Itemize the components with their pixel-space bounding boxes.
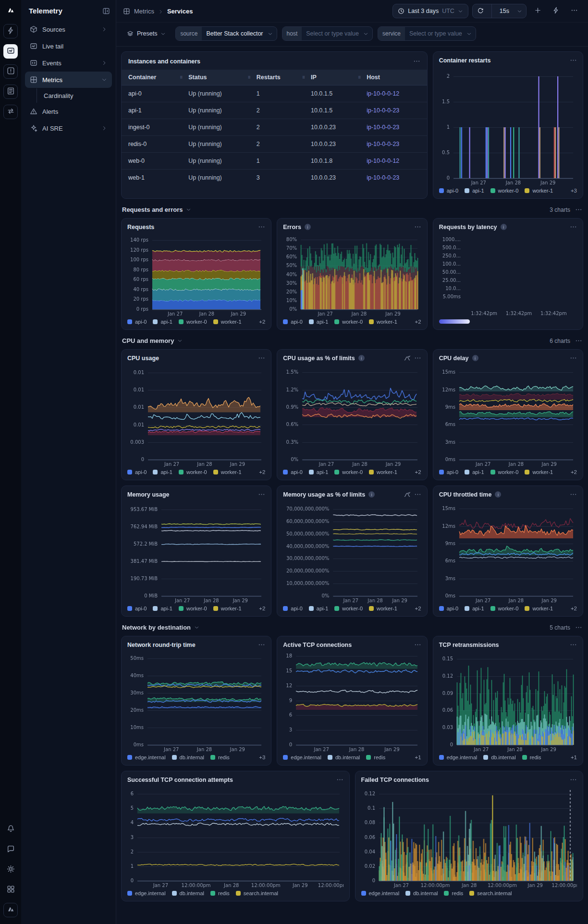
legend-item[interactable]: db.internal <box>172 754 204 760</box>
legend-item[interactable]: api-1 <box>153 319 172 325</box>
legend-overflow-count[interactable]: +3 <box>259 754 265 760</box>
legend-item[interactable]: api-0 <box>283 469 302 475</box>
filter-placeholder[interactable]: Select or type value <box>405 30 466 37</box>
chart-canvas[interactable] <box>283 499 421 604</box>
refresh-control[interactable]: 15s <box>472 4 527 18</box>
quick-actions-button[interactable] <box>549 4 563 18</box>
legend-item[interactable]: api-1 <box>465 469 484 475</box>
host-link[interactable]: ip-10-0-0-12 <box>367 90 399 97</box>
chart-menu-icon[interactable] <box>570 641 577 648</box>
more-options-button[interactable] <box>567 4 581 18</box>
column-grip-icon[interactable]: ⠿ <box>358 75 360 80</box>
chart-menu-icon[interactable] <box>258 223 265 231</box>
chart-menu-icon[interactable] <box>336 776 343 783</box>
legend-item[interactable]: search.internal <box>469 890 512 896</box>
legend-item[interactable]: worker-0 <box>179 319 207 325</box>
add-chart-button[interactable] <box>530 4 545 18</box>
sidebar-item-cardinality[interactable]: Cardinality <box>37 88 112 103</box>
legend-item[interactable]: worker-0 <box>334 469 363 475</box>
chart-canvas[interactable] <box>127 231 265 317</box>
legend-item[interactable]: worker-0 <box>490 188 519 194</box>
legend-item[interactable]: api-0 <box>283 606 302 611</box>
legend-item[interactable]: redis <box>366 754 385 760</box>
legend-item[interactable]: api-0 <box>127 319 147 325</box>
chart-menu-icon[interactable] <box>258 354 265 362</box>
legend-overflow-count[interactable]: +2 <box>571 606 577 611</box>
legend-item[interactable]: worker-1 <box>213 469 242 475</box>
column-header-ip[interactable]: ⠿IP <box>304 70 360 85</box>
chart-menu-icon[interactable] <box>570 491 577 498</box>
legend-item[interactable]: redis <box>210 890 230 896</box>
chart-canvas[interactable] <box>127 363 265 467</box>
refresh-icon[interactable] <box>473 4 488 18</box>
host-link[interactable]: ip-10-0-0-23 <box>367 124 399 131</box>
column-header-host[interactable]: ⠿Host <box>360 70 427 85</box>
rail-icon-apps[interactable] <box>3 883 18 897</box>
legend-item[interactable]: worker-1 <box>369 469 397 475</box>
column-header-restarts[interactable]: ⠿Restarts <box>250 70 304 85</box>
legend-item[interactable]: worker-1 <box>525 469 553 475</box>
info-icon[interactable]: i <box>472 355 478 361</box>
legend-overflow-count[interactable]: +2 <box>415 319 421 325</box>
legend-item[interactable]: api-0 <box>439 606 458 611</box>
chart-menu-icon[interactable] <box>414 491 421 498</box>
presets-button[interactable]: Presets <box>123 26 170 41</box>
info-icon[interactable]: i <box>501 224 507 230</box>
host-link[interactable]: ip-10-0-0-23 <box>367 107 399 114</box>
legend-overflow-count[interactable]: +2 <box>571 469 577 475</box>
info-icon[interactable]: i <box>495 491 501 498</box>
table-row[interactable]: web-1Up (running)310.0.0.23ip-10-0-0-23 <box>122 170 427 186</box>
info-icon[interactable]: i <box>368 491 375 498</box>
anomaly-icon[interactable] <box>404 354 411 362</box>
table-row[interactable]: ingest-0Up (running)210.0.0.23ip-10-0-0-… <box>122 119 427 136</box>
column-grip-icon[interactable]: ⠿ <box>248 75 250 80</box>
column-header-status[interactable]: ⠿Status <box>182 70 249 85</box>
column-header-container[interactable]: Container <box>122 70 182 85</box>
chart-menu-icon[interactable] <box>570 223 577 231</box>
legend-item[interactable]: worker-1 <box>369 319 397 325</box>
legend-item[interactable]: worker-0 <box>179 606 207 611</box>
chart-canvas[interactable] <box>127 499 265 604</box>
chart-canvas[interactable] <box>283 231 421 317</box>
filter-pill-service[interactable]: serviceSelect or type value <box>378 26 476 41</box>
chart-canvas[interactable] <box>127 784 343 888</box>
legend-item[interactable]: db.internal <box>328 754 360 760</box>
section-menu-icon[interactable] <box>575 337 582 344</box>
legend-overflow-count[interactable]: +2 <box>415 606 421 611</box>
legend-item[interactable]: db.internal <box>172 890 204 896</box>
breadcrumb-metrics[interactable]: Metrics <box>134 8 154 15</box>
legend-overflow-count[interactable]: +3 <box>571 188 577 194</box>
section-toggle[interactable]: Requests and errors <box>122 206 191 213</box>
chart-menu-icon[interactable] <box>570 776 577 783</box>
legend-item[interactable]: redis <box>210 754 230 760</box>
rail-icon-support[interactable] <box>3 842 18 857</box>
host-link[interactable]: ip-10-0-0-23 <box>367 141 399 147</box>
chart-menu-icon[interactable] <box>414 223 421 231</box>
table-row[interactable]: api-0Up (running)110.0.1.5ip-10-0-0-12 <box>122 85 427 102</box>
legend-item[interactable]: worker-0 <box>490 469 519 475</box>
sidebar-item-metrics[interactable]: Metrics <box>25 72 112 88</box>
info-icon[interactable]: i <box>305 224 311 230</box>
section-toggle[interactable]: CPU and memory <box>122 337 183 344</box>
legend-item[interactable]: worker-1 <box>525 188 553 194</box>
legend-item[interactable]: api-0 <box>439 469 458 475</box>
rail-icon-telemetry[interactable] <box>3 44 18 59</box>
legend-item[interactable]: edge.internal <box>127 890 166 896</box>
legend-item[interactable]: worker-1 <box>369 606 397 611</box>
chart-canvas[interactable] <box>439 65 577 186</box>
legend-item[interactable]: redis <box>444 890 463 896</box>
legend-item[interactable]: edge.internal <box>439 754 478 760</box>
rail-icon-uptime[interactable] <box>3 24 18 38</box>
column-grip-icon[interactable]: ⠿ <box>302 75 305 80</box>
legend-item[interactable]: api-1 <box>309 606 328 611</box>
chart-canvas[interactable] <box>361 784 577 888</box>
legend-item[interactable]: api-0 <box>127 469 147 475</box>
betterstack-logo[interactable] <box>4 5 17 17</box>
table-row[interactable]: api-1Up (running)210.0.1.5ip-10-0-0-23 <box>122 102 427 119</box>
column-grip-icon[interactable]: ⠿ <box>180 75 182 80</box>
anomaly-icon[interactable] <box>404 491 411 498</box>
legend-item[interactable]: edge.internal <box>361 890 400 896</box>
legend-overflow-count[interactable]: +2 <box>259 469 265 475</box>
sidebar-item-events[interactable]: Events <box>25 55 112 71</box>
chart-menu-icon[interactable] <box>570 354 577 362</box>
